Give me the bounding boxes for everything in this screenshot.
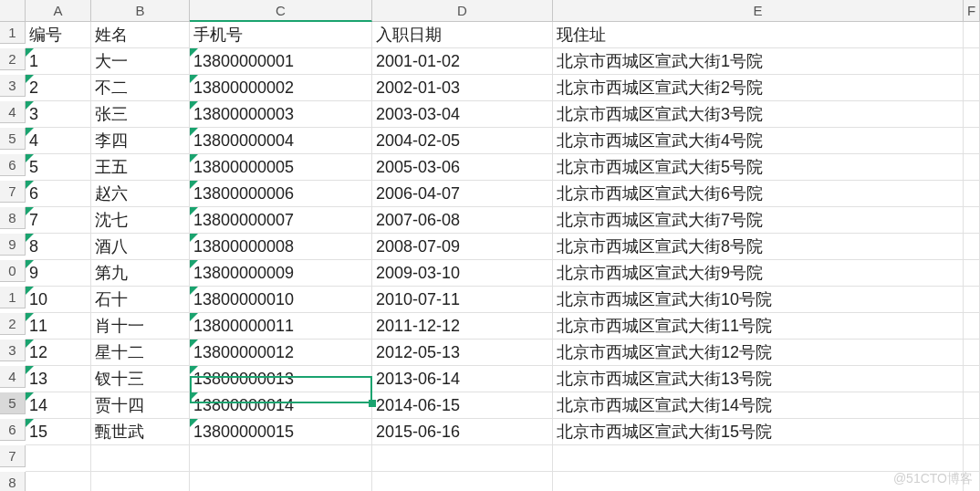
cell-F-6[interactable] [964, 181, 980, 207]
cell-B-14[interactable]: 贾十四 [91, 392, 190, 419]
row-header-17[interactable]: 8 [0, 472, 26, 491]
cell-A-11[interactable]: 11 [26, 313, 91, 340]
cell-D-9[interactable]: 2009-03-10 [372, 260, 553, 287]
cell-F-7[interactable] [964, 207, 980, 234]
cell-D-1[interactable]: 2001-01-02 [372, 48, 553, 75]
cell-D-8[interactable]: 2008-07-09 [372, 234, 553, 260]
cell-C-14[interactable]: 13800000014 [190, 392, 372, 419]
cell-C-2[interactable]: 13800000002 [190, 75, 372, 101]
cell-B-11[interactable]: 肖十一 [91, 313, 190, 340]
header-cell-A[interactable]: 编号 [26, 22, 91, 48]
cell-A-9[interactable]: 9 [26, 260, 91, 287]
cell-D-15[interactable]: 2015-06-16 [372, 419, 553, 445]
row-header-9[interactable]: 0 [0, 260, 26, 282]
cell-E-5[interactable]: 北京市西城区宣武大街5号院 [553, 154, 964, 181]
cell-E-14[interactable]: 北京市西城区宣武大街14号院 [553, 392, 964, 419]
cell-F-10[interactable] [964, 287, 980, 313]
empty-cell[interactable] [964, 445, 980, 472]
empty-cell[interactable] [190, 472, 372, 491]
fill-handle[interactable] [369, 400, 376, 407]
row-header-16[interactable]: 7 [0, 445, 26, 467]
row-header-4[interactable]: 5 [0, 128, 26, 150]
cell-F-12[interactable] [964, 340, 980, 366]
cell-B-13[interactable]: 钗十三 [91, 366, 190, 392]
cell-E-3[interactable]: 北京市西城区宣武大街3号院 [553, 101, 964, 128]
cell-E-8[interactable]: 北京市西城区宣武大街8号院 [553, 234, 964, 260]
cell-F-8[interactable] [964, 234, 980, 260]
cell-F-9[interactable] [964, 260, 980, 287]
empty-cell[interactable] [553, 445, 964, 472]
empty-cell[interactable] [26, 472, 91, 491]
cell-F-header[interactable] [964, 22, 980, 48]
empty-cell[interactable] [372, 472, 553, 491]
cell-B-2[interactable]: 不二 [91, 75, 190, 101]
cell-E-15[interactable]: 北京市西城区宣武大街15号院 [553, 419, 964, 445]
cell-D-3[interactable]: 2003-03-04 [372, 101, 553, 128]
cell-A-1[interactable]: 1 [26, 48, 91, 75]
cell-E-7[interactable]: 北京市西城区宣武大街7号院 [553, 207, 964, 234]
cell-A-14[interactable]: 14 [26, 392, 91, 419]
column-header-F[interactable]: F [964, 0, 980, 22]
row-header-5[interactable]: 6 [0, 154, 26, 176]
column-header-A[interactable]: A [26, 0, 91, 22]
cell-B-4[interactable]: 李四 [91, 128, 190, 154]
cell-F-2[interactable] [964, 75, 980, 101]
column-header-C[interactable]: C [190, 0, 372, 22]
cell-B-12[interactable]: 星十二 [91, 340, 190, 366]
cell-C-5[interactable]: 13800000005 [190, 154, 372, 181]
column-header-E[interactable]: E [553, 0, 964, 22]
empty-cell[interactable] [26, 445, 91, 472]
cell-A-6[interactable]: 6 [26, 181, 91, 207]
cell-B-7[interactable]: 沈七 [91, 207, 190, 234]
row-header-11[interactable]: 2 [0, 313, 26, 335]
cell-D-2[interactable]: 2002-01-03 [372, 75, 553, 101]
cell-E-10[interactable]: 北京市西城区宣武大街10号院 [553, 287, 964, 313]
cell-A-5[interactable]: 5 [26, 154, 91, 181]
cell-E-6[interactable]: 北京市西城区宣武大街6号院 [553, 181, 964, 207]
cell-A-8[interactable]: 8 [26, 234, 91, 260]
row-header-1[interactable]: 2 [0, 48, 26, 70]
row-header-12[interactable]: 3 [0, 340, 26, 361]
row-header-2[interactable]: 3 [0, 75, 26, 97]
cell-C-1[interactable]: 13800000001 [190, 48, 372, 75]
empty-cell[interactable] [372, 445, 553, 472]
cell-C-7[interactable]: 13800000007 [190, 207, 372, 234]
cell-B-15[interactable]: 甄世武 [91, 419, 190, 445]
cell-E-2[interactable]: 北京市西城区宣武大街2号院 [553, 75, 964, 101]
header-cell-B[interactable]: 姓名 [91, 22, 190, 48]
cell-F-1[interactable] [964, 48, 980, 75]
cell-E-12[interactable]: 北京市西城区宣武大街12号院 [553, 340, 964, 366]
row-header-10[interactable]: 1 [0, 287, 26, 308]
header-cell-D[interactable]: 入职日期 [372, 22, 553, 48]
cell-C-10[interactable]: 13800000010 [190, 287, 372, 313]
cell-D-13[interactable]: 2013-06-14 [372, 366, 553, 392]
cell-E-1[interactable]: 北京市西城区宣武大街1号院 [553, 48, 964, 75]
cell-A-13[interactable]: 13 [26, 366, 91, 392]
cell-A-10[interactable]: 10 [26, 287, 91, 313]
cell-F-5[interactable] [964, 154, 980, 181]
select-all-corner[interactable] [0, 0, 26, 22]
row-header-8[interactable]: 9 [0, 234, 26, 256]
cell-D-6[interactable]: 2006-04-07 [372, 181, 553, 207]
empty-cell[interactable] [91, 445, 190, 472]
cell-C-13[interactable]: 13800000013 [190, 366, 372, 392]
cell-C-8[interactable]: 13800000008 [190, 234, 372, 260]
cell-B-1[interactable]: 大一 [91, 48, 190, 75]
cell-D-12[interactable]: 2012-05-13 [372, 340, 553, 366]
row-header-0[interactable]: 1 [0, 22, 26, 44]
cell-C-15[interactable]: 13800000015 [190, 419, 372, 445]
cell-D-11[interactable]: 2011-12-12 [372, 313, 553, 340]
cell-A-12[interactable]: 12 [26, 340, 91, 366]
cell-F-13[interactable] [964, 366, 980, 392]
cell-B-3[interactable]: 张三 [91, 101, 190, 128]
spreadsheet-grid[interactable]: ABCDEF1编号姓名手机号入职日期现住址21大一138000000012001… [0, 0, 980, 491]
cell-A-15[interactable]: 15 [26, 419, 91, 445]
cell-C-3[interactable]: 13800000003 [190, 101, 372, 128]
cell-B-6[interactable]: 赵六 [91, 181, 190, 207]
empty-cell[interactable] [91, 472, 190, 491]
row-header-15[interactable]: 6 [0, 419, 26, 441]
cell-E-9[interactable]: 北京市西城区宣武大街9号院 [553, 260, 964, 287]
header-cell-C[interactable]: 手机号 [190, 22, 372, 48]
column-header-B[interactable]: B [91, 0, 190, 22]
cell-F-14[interactable] [964, 392, 980, 419]
